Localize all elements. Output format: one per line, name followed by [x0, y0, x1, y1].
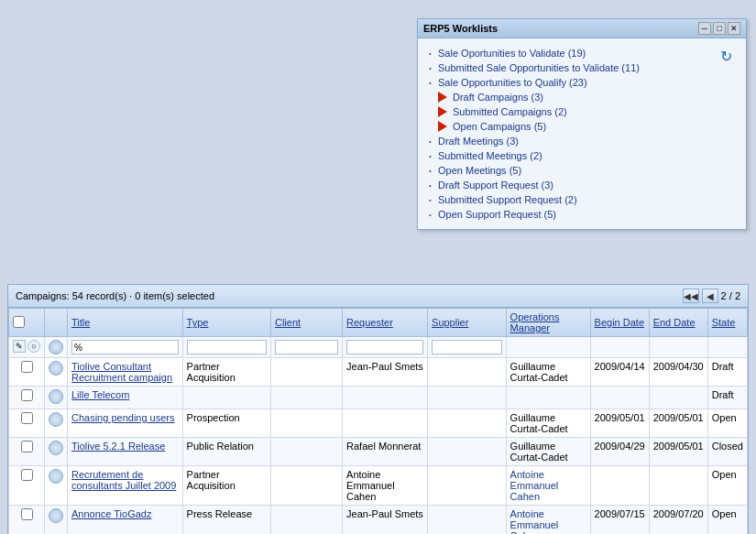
row-begin-date	[590, 466, 649, 506]
filter-icon-cell	[45, 337, 68, 358]
filter-state-cell	[707, 337, 747, 358]
supplier-col-link[interactable]: Supplier	[432, 317, 468, 328]
worklist-item-open-support[interactable]: •Open Support Request (5)	[427, 207, 715, 222]
row-state: Open	[707, 409, 747, 438]
ops-manager-col-link[interactable]: OperationsManager	[510, 311, 560, 333]
row-checkbox[interactable]	[21, 412, 33, 424]
row-client	[270, 466, 342, 506]
row-supplier	[428, 506, 507, 535]
row-supplier	[428, 409, 507, 438]
row-checkbox[interactable]	[21, 469, 33, 481]
row-type: Partner Acquisition	[182, 466, 270, 506]
table-row: Tiolive Consultant Recruitment campaignP…	[9, 358, 748, 387]
row-title: Chasing pending users	[68, 409, 183, 438]
worklist-item-draft-meetings[interactable]: •Draft Meetings (3)	[427, 134, 715, 148]
worklist-controls: ─ □ ✕	[698, 22, 740, 35]
title-link[interactable]: Tiolive 5.2.1 Release	[71, 441, 165, 452]
begin-date-header: Begin Date	[590, 309, 649, 337]
table-row: Recrutement de consultants Juillet 2009P…	[9, 466, 748, 506]
arrow-icon	[438, 106, 447, 117]
refresh-icon[interactable]: ↻	[720, 48, 732, 65]
row-title: Recrutement de consultants Juillet 2009	[68, 466, 183, 506]
title-col-link[interactable]: Title	[71, 317, 90, 328]
begin-date-col-link[interactable]: Begin Date	[595, 317, 644, 328]
worklist-item-label: Sale Opportunities to Qualify (23)	[438, 77, 587, 88]
client-header: Client	[270, 309, 342, 337]
row-begin-date: 2009/04/29	[590, 438, 649, 466]
row-requester	[343, 387, 428, 409]
worklist-panel: ERP5 Worklists ─ □ ✕ •Sale Oportunities …	[417, 18, 747, 230]
row-type: Public Relation	[182, 438, 270, 466]
end-date-col-link[interactable]: End Date	[653, 317, 696, 328]
client-filter-input[interactable]	[275, 340, 338, 354]
title-link[interactable]: Recrutement de consultants Juillet 2009	[71, 469, 176, 491]
row-type: Prospection	[182, 409, 270, 438]
table-header-row: Title Type Client Requester Supplier Ope…	[9, 309, 748, 337]
row-state: Draft	[707, 387, 747, 409]
title-link[interactable]: Annonce TioGadz	[71, 508, 151, 519]
row-checkbox[interactable]	[21, 361, 33, 373]
row-checkbox[interactable]	[21, 508, 33, 520]
row-icon-cell	[45, 438, 68, 466]
worklist-header: ERP5 Worklists ─ □ ✕	[418, 19, 746, 38]
row-state: Draft	[707, 358, 747, 387]
first-page-button[interactable]: ◀◀	[683, 289, 699, 303]
worklist-item-sale-opp-validate[interactable]: •Sale Oportunities to Validate (19)	[427, 46, 715, 60]
edit-icon[interactable]: ✎	[13, 340, 26, 353]
row-supplier	[428, 438, 507, 466]
title-link[interactable]: Tiolive Consultant Recruitment campaign	[71, 361, 172, 383]
filter-type-cell	[182, 337, 270, 358]
close-button[interactable]: ✕	[728, 22, 740, 35]
row-ops-manager: Guillaume Curtat-Cadet	[506, 409, 590, 438]
row-checkbox[interactable]	[21, 389, 33, 401]
campaign-icon	[49, 389, 63, 404]
select-all-checkbox[interactable]	[13, 316, 25, 328]
bullet-icon: •	[429, 211, 432, 219]
view-icon[interactable]: ○	[27, 340, 40, 353]
campaign-icon	[49, 508, 63, 523]
filter-title-cell	[68, 337, 183, 358]
worklist-item-open-meetings[interactable]: •Open Meetings (5)	[427, 163, 715, 178]
worklist-item-draft-campaigns[interactable]: Draft Campaigns (3)	[427, 90, 715, 104]
prev-page-button[interactable]: ◀	[702, 289, 718, 303]
type-filter-input[interactable]	[187, 340, 267, 354]
bullet-icon: •	[429, 79, 432, 87]
title-link[interactable]: Lille Telecom	[71, 389, 129, 400]
type-col-link[interactable]: Type	[187, 317, 209, 328]
campaign-icon	[49, 412, 63, 427]
state-col-link[interactable]: State	[712, 317, 736, 328]
restore-button[interactable]: □	[713, 22, 726, 35]
requester-col-link[interactable]: Requester	[346, 317, 393, 328]
row-check-cell	[9, 438, 45, 466]
campaign-icon	[49, 361, 63, 376]
worklist-item-draft-support[interactable]: •Draft Support Request (3)	[427, 178, 715, 192]
row-client	[270, 387, 342, 409]
state-header: State	[707, 309, 747, 337]
row-check-cell	[9, 358, 45, 387]
requester-filter-input[interactable]	[346, 340, 423, 354]
type-header: Type	[182, 309, 270, 337]
worklist-item-submitted-support[interactable]: •Submitted Support Request (2)	[427, 192, 715, 207]
worklist-item-label: Open Support Request (5)	[438, 209, 556, 220]
row-client	[270, 506, 342, 535]
title-link[interactable]: Chasing pending users	[71, 412, 175, 423]
ops-manager-header: OperationsManager	[506, 309, 590, 337]
worklist-item-sale-opp-qualify[interactable]: •Sale Opportunities to Qualify (23)	[427, 75, 715, 90]
row-end-date: 2009/04/30	[649, 358, 707, 387]
minimize-button[interactable]: ─	[698, 22, 711, 35]
client-col-link[interactable]: Client	[275, 317, 301, 328]
worklist-item-submitted-meetings[interactable]: •Submitted Meetings (2)	[427, 148, 715, 163]
worklist-item-submitted-campaigns[interactable]: Submitted Campaigns (2)	[427, 104, 715, 119]
row-requester: Antoine Emmanuel Cahen	[343, 466, 428, 506]
worklist-item-open-campaigns[interactable]: Open Campaigns (5)	[427, 119, 715, 134]
title-filter-input[interactable]	[71, 340, 179, 354]
worklist-item-submitted-sale-opp[interactable]: •Submitted Sale Opportunities to Validat…	[427, 60, 715, 75]
bullet-icon: •	[429, 152, 432, 160]
filter-ops-cell	[506, 337, 590, 358]
row-ops-manager	[506, 387, 590, 409]
filter-begin-cell	[590, 337, 649, 358]
bullet-icon: •	[429, 167, 432, 175]
row-checkbox[interactable]	[21, 441, 33, 452]
supplier-filter-input[interactable]	[432, 340, 502, 354]
row-state: Open	[707, 506, 747, 535]
